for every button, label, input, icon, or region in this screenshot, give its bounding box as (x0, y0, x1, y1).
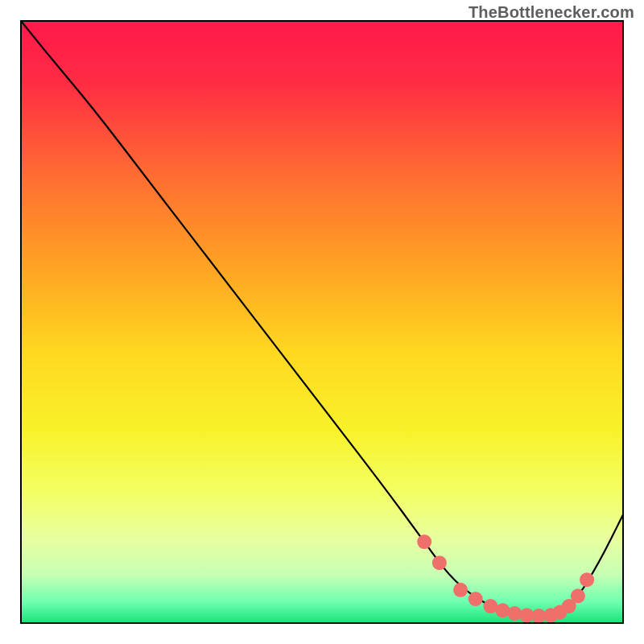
highlight-dot (495, 603, 510, 617)
highlight-dot (432, 555, 447, 570)
highlight-dot (453, 583, 468, 597)
chart-stage: TheBottlenecker.com (0, 0, 644, 644)
bottleneck-chart (0, 0, 644, 644)
highlight-dot (469, 592, 483, 606)
highlight-dot (417, 535, 431, 549)
gradient-background (21, 21, 623, 623)
highlight-dot (580, 572, 594, 587)
highlight-dot (571, 588, 585, 603)
